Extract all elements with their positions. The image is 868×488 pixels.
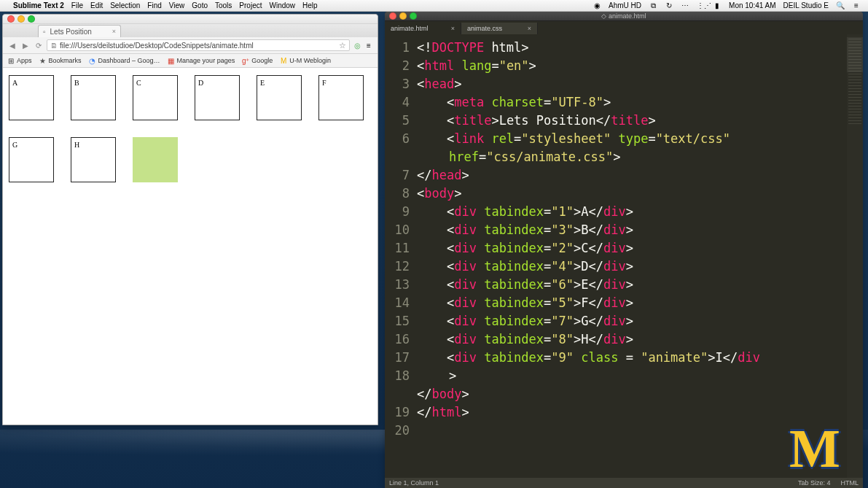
sublime-titlebar[interactable]: ◇ animate.html: [385, 12, 863, 21]
address-bar[interactable]: 🗎 file:///Users/deilstudioe/Desktop/Code…: [47, 39, 350, 51]
status-tabsize[interactable]: Tab Size: 4: [798, 479, 831, 487]
statusbar: Line 1, Column 1 Tab Size: 4 HTML: [385, 478, 863, 488]
bookmark-label: Dashboard – Goog…: [98, 57, 160, 64]
bookmark-label: U-M Weblogin: [289, 57, 331, 64]
code-area[interactable]: <!DOCTYPE html><html lang="en"><head> <m…: [414, 34, 847, 478]
minimap-viewport[interactable]: [847, 37, 863, 72]
chrome-tab-label: Lets Position: [50, 28, 92, 36]
menubar-right: ◉ AhmU HD ⧉ ↻ ⋯ ⋮⋰ ▮ Mon 10:41 AM DEIL S…: [593, 0, 868, 12]
username[interactable]: DEIL Studio E: [783, 0, 829, 12]
demo-box-d[interactable]: D: [195, 75, 240, 120]
status-cursor: Line 1, Column 1: [389, 479, 439, 487]
bookmark-label: Bookmarks: [49, 57, 82, 64]
location-icon[interactable]: ◉: [593, 0, 601, 12]
chrome-tabstrip: ▫ Lets Position ×: [3, 24, 378, 37]
menu-help[interactable]: Help: [302, 0, 318, 12]
dots-icon[interactable]: ⋯: [681, 0, 689, 12]
minimize-icon[interactable]: [17, 15, 25, 23]
chrome-page: A B C D E F G H I: [3, 68, 378, 425]
demo-box-e[interactable]: E: [257, 75, 302, 120]
sublime-tab-label: animate.html: [391, 25, 429, 32]
zoom-icon[interactable]: [28, 15, 35, 23]
editor[interactable]: 123456 789101112131415161718 1920 <!DOCT…: [385, 34, 863, 478]
sublime-tab-label: animate.css: [467, 25, 502, 32]
bookmark-weblogin[interactable]: MU-M Weblogin: [280, 57, 331, 64]
close-icon[interactable]: [7, 15, 15, 23]
menu-goto[interactable]: Goto: [192, 0, 208, 12]
menu-tools[interactable]: Tools: [215, 0, 232, 12]
bookmark-dashboard[interactable]: ◔Dashboard – Goog…: [89, 57, 160, 64]
clock[interactable]: Mon 10:41 AM: [729, 0, 775, 12]
menu-view[interactable]: View: [169, 0, 185, 12]
page-icon: 🗎: [50, 42, 58, 50]
tab-close-icon[interactable]: ×: [451, 25, 455, 32]
battery-icon[interactable]: ▮: [713, 0, 722, 12]
demo-box-g[interactable]: G: [9, 137, 54, 182]
demo-boxes: A B C D E F G H I: [9, 75, 372, 182]
bookmarks-bar: ⊞Apps ★Bookmarks ◔Dashboard – Goog… ▦Man…: [3, 54, 378, 68]
bookmark-apps[interactable]: ⊞Apps: [7, 57, 32, 64]
menu-window[interactable]: Window: [269, 0, 295, 12]
spotlight-icon[interactable]: 🔍: [836, 0, 845, 12]
timemachine-icon[interactable]: ↻: [665, 0, 673, 12]
sublime-tabstrip: animate.html × animate.css ×: [385, 21, 863, 34]
menu-edit[interactable]: Edit: [90, 0, 103, 12]
line-gutter: 123456 789101112131415161718 1920: [385, 34, 414, 478]
extension-icon[interactable]: ◎: [353, 41, 361, 50]
hotspot-label[interactable]: AhmU HD: [609, 0, 641, 12]
bookmark-google[interactable]: g⁺Google: [242, 57, 273, 64]
demo-box-a[interactable]: A: [9, 75, 54, 120]
menu-file[interactable]: File: [71, 0, 83, 12]
mac-menubar: Sublime Text 2 File Edit Selection Find …: [0, 0, 868, 12]
chrome-menu-icon[interactable]: ≡: [364, 41, 373, 50]
demo-box-h[interactable]: H: [71, 137, 116, 182]
tab-close-icon[interactable]: ×: [528, 25, 531, 32]
demo-box-i[interactable]: I: [133, 137, 178, 182]
reload-button[interactable]: ⟳: [34, 40, 44, 50]
menu-find[interactable]: Find: [147, 0, 161, 12]
sublime-tab-animate-css[interactable]: animate.css ×: [461, 23, 538, 34]
back-button[interactable]: ◀: [7, 40, 17, 50]
bookmark-manage[interactable]: ▦Manage your pages: [168, 57, 235, 64]
bookmark-star-icon[interactable]: ☆: [339, 41, 346, 50]
desktop-wallpaper: ▫ Lets Position × ◀ ▶ ⟳ 🗎 file:///Users/…: [0, 12, 868, 488]
demo-box-f[interactable]: F: [318, 75, 364, 120]
menu-extra-icon[interactable]: ≡: [852, 0, 861, 12]
bookmark-bookmarks[interactable]: ★Bookmarks: [39, 57, 82, 64]
bookmark-label: Apps: [17, 57, 32, 64]
chrome-tab-lets-position[interactable]: ▫ Lets Position ×: [38, 25, 121, 37]
sublime-tab-animate-html[interactable]: animate.html ×: [385, 23, 461, 34]
forward-button[interactable]: ▶: [20, 40, 31, 50]
sublime-title: ◇ animate.html: [385, 12, 863, 20]
menu-selection[interactable]: Selection: [110, 0, 140, 12]
chrome-titlebar[interactable]: [3, 15, 378, 24]
appmenu-name[interactable]: Sublime Text 2: [13, 0, 64, 12]
tab-favicon-icon: ▫: [43, 28, 46, 36]
tab-close-icon[interactable]: ×: [112, 28, 116, 35]
chrome-window: ▫ Lets Position × ◀ ▶ ⟳ 🗎 file:///Users/…: [2, 14, 378, 425]
wifi-icon[interactable]: ⋮⋰: [697, 0, 705, 12]
bluetooth-icon[interactable]: ⧉: [649, 0, 657, 12]
menubar-left: Sublime Text 2 File Edit Selection Find …: [6, 0, 318, 12]
demo-box-c[interactable]: C: [133, 75, 178, 120]
demo-box-b[interactable]: B: [71, 75, 116, 120]
url-text: file:///Users/deilstudioe/Desktop/CodeSn…: [60, 42, 254, 50]
sublime-window: ◇ animate.html animate.html × animate.cs…: [385, 12, 863, 488]
bookmark-label: Manage your pages: [177, 57, 235, 64]
chrome-omnibar: ◀ ▶ ⟳ 🗎 file:///Users/deilstudioe/Deskto…: [3, 37, 378, 54]
menu-project[interactable]: Project: [239, 0, 262, 12]
minimap[interactable]: [847, 34, 863, 478]
status-language[interactable]: HTML: [841, 479, 859, 487]
bookmark-label: Google: [251, 57, 273, 64]
